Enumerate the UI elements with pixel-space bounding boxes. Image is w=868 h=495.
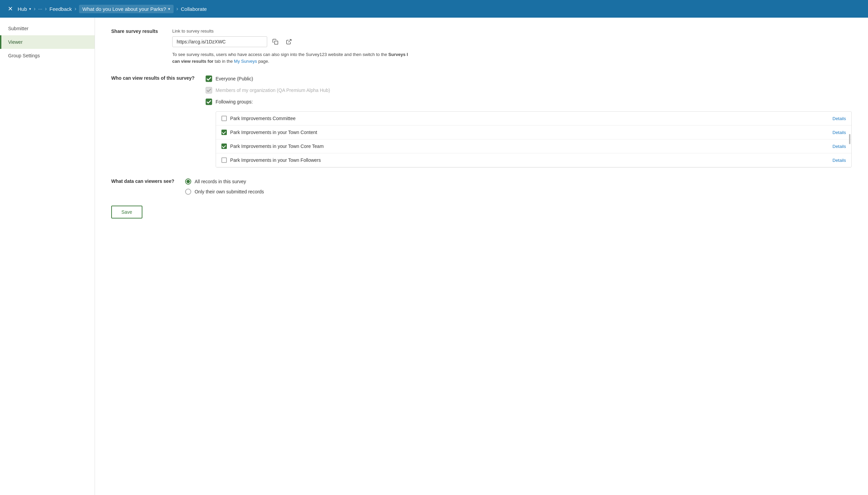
link-input-row bbox=[172, 36, 852, 47]
collaborate-nav-item[interactable]: Collaborate bbox=[181, 6, 207, 12]
who-can-view-label: Who can view results of this survey? bbox=[111, 75, 206, 81]
what-data-section: What data can viewers see? All records i… bbox=[111, 178, 852, 195]
hub-nav-item[interactable]: Hub ▾ bbox=[18, 6, 31, 12]
breadcrumb-separator-2: › bbox=[45, 6, 47, 12]
content-name: Park Improvements in your Town Content bbox=[230, 130, 829, 135]
group-row-committee[interactable]: Park Improvements Committee Details bbox=[216, 112, 851, 125]
main-layout: Submitter Viewer Group Settings Share su… bbox=[0, 18, 868, 495]
all-records-radio-row[interactable]: All records in this survey bbox=[185, 178, 852, 185]
everyone-checkbox-row[interactable]: Everyone (Public) bbox=[206, 75, 852, 82]
viewer-options-group: Everyone (Public) Members of my organiza… bbox=[206, 75, 852, 168]
save-section: Save bbox=[111, 206, 852, 219]
svg-line-1 bbox=[288, 39, 291, 42]
own-records-radio-row[interactable]: Only their own submitted records bbox=[185, 189, 852, 195]
everyone-check-icon bbox=[206, 75, 212, 82]
breadcrumb-separator-1: › bbox=[34, 6, 36, 12]
followers-details-link[interactable]: Details bbox=[832, 158, 846, 163]
what-data-content: All records in this survey Only their ow… bbox=[185, 178, 852, 195]
copy-link-button[interactable] bbox=[270, 36, 281, 47]
open-link-button[interactable] bbox=[283, 36, 294, 47]
breadcrumb-ellipsis[interactable]: ··· bbox=[38, 6, 42, 12]
share-survey-label: Share survey results bbox=[111, 29, 172, 34]
organization-checkbox-row: Members of my organization (QA Premium A… bbox=[206, 87, 852, 93]
svg-rect-3 bbox=[206, 87, 212, 93]
core-team-name: Park Improvements in your Town Core Team bbox=[230, 143, 829, 149]
sidebar: Submitter Viewer Group Settings bbox=[0, 18, 95, 495]
group-row-core-team[interactable]: Park Improvements in your Town Core Team… bbox=[216, 139, 851, 153]
main-content: Share survey results Link to survey resu… bbox=[95, 18, 868, 495]
survey-info-text: To see survey results, users who have ac… bbox=[172, 51, 417, 65]
groups-list-box: Park Improvements Committee Details Park… bbox=[216, 111, 852, 168]
following-groups-label: Following groups: bbox=[216, 99, 253, 104]
followers-name: Park Improvements in your Town Followers bbox=[230, 157, 829, 163]
hub-label: Hub bbox=[18, 6, 27, 12]
feedback-nav-item[interactable]: Feedback bbox=[50, 6, 72, 12]
committee-details-link[interactable]: Details bbox=[832, 116, 846, 121]
close-button[interactable]: ✕ bbox=[5, 4, 15, 14]
group-row-followers[interactable]: Park Improvements in your Town Followers… bbox=[216, 153, 851, 167]
copy-icon bbox=[272, 39, 278, 45]
svg-rect-0 bbox=[274, 41, 278, 45]
organization-check-icon bbox=[206, 87, 212, 93]
svg-rect-2 bbox=[206, 76, 212, 82]
own-records-radio[interactable] bbox=[185, 189, 191, 195]
save-button[interactable]: Save bbox=[111, 206, 142, 219]
core-team-checkbox[interactable] bbox=[222, 143, 227, 149]
svg-rect-4 bbox=[206, 99, 212, 105]
link-to-survey-label: Link to survey results bbox=[172, 29, 852, 34]
sidebar-item-viewer[interactable]: Viewer bbox=[0, 35, 94, 49]
scrollbar-indicator[interactable] bbox=[849, 134, 850, 144]
following-groups-check-icon bbox=[206, 98, 212, 105]
topbar: ✕ Hub ▾ › ··· › Feedback › What do you L… bbox=[0, 0, 868, 18]
followers-checkbox[interactable] bbox=[222, 157, 227, 163]
what-data-label: What data can viewers see? bbox=[111, 178, 185, 184]
share-survey-section: Share survey results Link to survey resu… bbox=[111, 29, 852, 65]
all-records-radio[interactable] bbox=[185, 178, 191, 185]
collaborate-label: Collaborate bbox=[181, 6, 207, 12]
sidebar-item-submitter[interactable]: Submitter bbox=[0, 22, 94, 35]
group-row-content[interactable]: Park Improvements in your Town Content D… bbox=[216, 125, 851, 139]
who-can-view-content: Everyone (Public) Members of my organiza… bbox=[206, 75, 852, 168]
survey-dropdown-icon: ▾ bbox=[168, 7, 170, 11]
hub-dropdown-icon: ▾ bbox=[29, 7, 31, 11]
feedback-label: Feedback bbox=[50, 6, 72, 12]
share-survey-content: Link to survey results bbox=[172, 29, 852, 65]
core-team-details-link[interactable]: Details bbox=[832, 144, 846, 149]
my-surveys-link[interactable]: My Surveys bbox=[234, 59, 257, 64]
data-options-group: All records in this survey Only their ow… bbox=[185, 178, 852, 195]
all-records-label: All records in this survey bbox=[195, 179, 246, 184]
who-can-view-section: Who can view results of this survey? Eve… bbox=[111, 75, 852, 168]
breadcrumb-separator-3: › bbox=[75, 6, 76, 12]
survey-label: What do you Love about your Parks? bbox=[83, 6, 166, 12]
content-details-link[interactable]: Details bbox=[832, 130, 846, 135]
survey-nav-item[interactable]: What do you Love about your Parks? ▾ bbox=[79, 5, 174, 13]
own-records-label: Only their own submitted records bbox=[195, 189, 264, 194]
following-groups-checkbox-row[interactable]: Following groups: bbox=[206, 98, 852, 105]
content-checkbox[interactable] bbox=[222, 130, 227, 135]
committee-name: Park Improvements Committee bbox=[230, 116, 829, 121]
survey-link-input[interactable] bbox=[172, 36, 267, 47]
breadcrumb-separator-4: › bbox=[176, 6, 178, 12]
committee-checkbox[interactable] bbox=[222, 116, 227, 121]
organization-label: Members of my organization (QA Premium A… bbox=[216, 87, 330, 93]
everyone-label: Everyone (Public) bbox=[216, 76, 253, 82]
sidebar-item-group-settings[interactable]: Group Settings bbox=[0, 49, 94, 63]
external-link-icon bbox=[286, 39, 292, 45]
